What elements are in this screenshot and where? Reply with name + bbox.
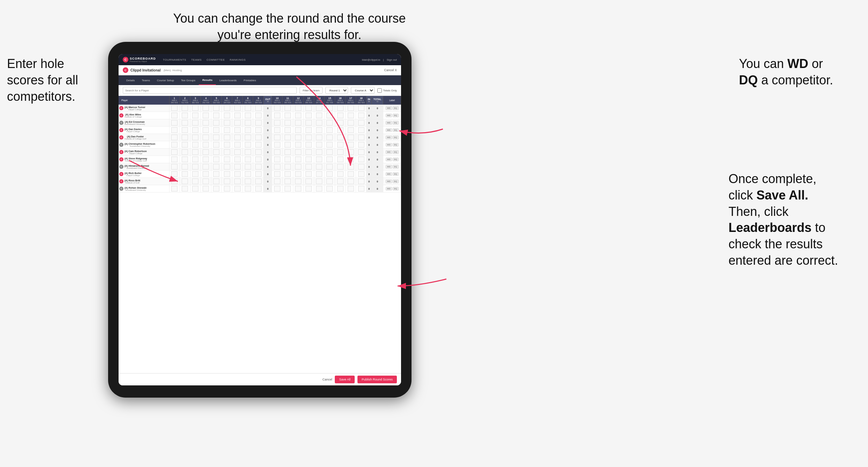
score-cell-3-1[interactable] bbox=[169, 127, 180, 134]
score-input-1-18[interactable] bbox=[358, 113, 364, 118]
score-cell-6-5[interactable] bbox=[211, 149, 221, 156]
score-input-10-17[interactable] bbox=[348, 179, 354, 184]
score-cell-1-12[interactable] bbox=[293, 112, 303, 119]
score-input-7-2[interactable] bbox=[182, 157, 188, 162]
score-input-2-5[interactable] bbox=[213, 120, 219, 126]
score-cell-9-8[interactable] bbox=[243, 171, 253, 178]
score-input-11-13[interactable] bbox=[305, 186, 312, 191]
score-cell-5-10[interactable] bbox=[272, 141, 282, 149]
score-cell-2-4[interactable] bbox=[201, 119, 211, 127]
score-cell-10-14[interactable] bbox=[314, 178, 324, 185]
score-cell-9-10[interactable] bbox=[272, 171, 282, 178]
score-cell-0-9[interactable] bbox=[253, 105, 264, 112]
score-cell-3-16[interactable] bbox=[335, 127, 346, 134]
score-input-11-18[interactable] bbox=[358, 186, 364, 191]
score-input-7-11[interactable] bbox=[285, 157, 291, 162]
score-input-5-12[interactable] bbox=[295, 142, 301, 148]
score-input-9-4[interactable] bbox=[203, 171, 209, 177]
score-cell-10-1[interactable] bbox=[169, 178, 180, 185]
score-input-3-1[interactable] bbox=[171, 127, 178, 133]
score-cell-7-12[interactable] bbox=[293, 156, 303, 163]
score-cell-5-13[interactable] bbox=[303, 141, 314, 149]
score-cell-7-1[interactable] bbox=[169, 156, 180, 163]
score-cell-5-15[interactable] bbox=[324, 141, 335, 149]
score-cell-11-10[interactable] bbox=[272, 185, 282, 193]
score-cell-8-17[interactable] bbox=[346, 163, 356, 171]
score-cell-11-11[interactable] bbox=[282, 185, 293, 193]
score-input-9-6[interactable] bbox=[224, 171, 230, 177]
score-cell-6-10[interactable] bbox=[272, 149, 282, 156]
score-input-11-1[interactable] bbox=[171, 186, 178, 191]
totals-only-checkbox[interactable] bbox=[377, 88, 382, 93]
score-cell-1-8[interactable] bbox=[243, 112, 253, 119]
score-input-6-3[interactable] bbox=[192, 149, 198, 155]
score-input-8-9[interactable] bbox=[255, 164, 262, 170]
score-input-3-8[interactable] bbox=[245, 127, 251, 133]
score-input-3-16[interactable] bbox=[337, 127, 344, 133]
score-input-10-15[interactable] bbox=[326, 179, 333, 184]
tab-printables[interactable]: Printables bbox=[240, 75, 260, 85]
score-cell-3-2[interactable] bbox=[180, 127, 190, 134]
score-cell-4-15[interactable] bbox=[324, 134, 335, 141]
score-cell-9-15[interactable] bbox=[324, 171, 335, 178]
score-cell-3-7[interactable] bbox=[232, 127, 243, 134]
score-input-3-4[interactable] bbox=[203, 127, 209, 133]
score-cell-10-7[interactable] bbox=[232, 178, 243, 185]
score-cell-7-18[interactable] bbox=[356, 156, 367, 163]
score-input-11-11[interactable] bbox=[285, 186, 291, 191]
score-input-11-7[interactable] bbox=[234, 186, 241, 191]
score-input-1-16[interactable] bbox=[337, 113, 344, 118]
score-input-5-6[interactable] bbox=[224, 142, 230, 148]
score-cell-11-14[interactable] bbox=[314, 185, 324, 193]
score-cell-0-7[interactable] bbox=[232, 105, 243, 112]
dq-button[interactable]: DQ bbox=[393, 150, 399, 154]
score-cell-1-7[interactable] bbox=[232, 112, 243, 119]
score-input-7-3[interactable] bbox=[192, 157, 198, 162]
score-cell-5-9[interactable] bbox=[253, 141, 264, 149]
score-input-6-15[interactable] bbox=[326, 149, 333, 155]
score-input-0-14[interactable] bbox=[316, 105, 322, 111]
score-input-8-17[interactable] bbox=[348, 164, 354, 170]
score-cell-4-12[interactable] bbox=[293, 134, 303, 141]
score-input-10-16[interactable] bbox=[337, 179, 344, 184]
score-cell-1-13[interactable] bbox=[303, 112, 314, 119]
score-cell-1-1[interactable] bbox=[169, 112, 180, 119]
score-input-2-6[interactable] bbox=[224, 120, 230, 126]
score-cell-11-15[interactable] bbox=[324, 185, 335, 193]
wd-button[interactable]: WD bbox=[386, 121, 392, 125]
score-cell-6-6[interactable] bbox=[222, 149, 232, 156]
score-cell-6-9[interactable] bbox=[253, 149, 264, 156]
score-input-7-17[interactable] bbox=[348, 157, 354, 162]
score-cell-11-1[interactable] bbox=[169, 185, 180, 193]
score-input-1-5[interactable] bbox=[213, 113, 219, 118]
wd-button[interactable]: WD bbox=[386, 180, 392, 183]
score-cell-8-5[interactable] bbox=[211, 163, 221, 171]
score-cell-4-9[interactable] bbox=[253, 134, 264, 141]
score-input-1-4[interactable] bbox=[203, 113, 209, 118]
score-input-9-14[interactable] bbox=[316, 171, 322, 177]
score-cell-0-16[interactable] bbox=[335, 105, 346, 112]
score-cell-5-12[interactable] bbox=[293, 141, 303, 149]
score-cell-5-11[interactable] bbox=[282, 141, 293, 149]
score-cell-11-2[interactable] bbox=[180, 185, 190, 193]
score-cell-11-9[interactable] bbox=[253, 185, 264, 193]
score-cell-9-2[interactable] bbox=[180, 171, 190, 178]
score-input-0-16[interactable] bbox=[337, 105, 344, 111]
score-input-9-5[interactable] bbox=[213, 171, 219, 177]
score-cell-9-6[interactable] bbox=[222, 171, 232, 178]
score-input-4-7[interactable] bbox=[234, 135, 241, 140]
score-cell-5-6[interactable] bbox=[222, 141, 232, 149]
score-input-8-13[interactable] bbox=[305, 164, 312, 170]
score-cell-10-16[interactable] bbox=[335, 178, 346, 185]
score-cell-1-5[interactable] bbox=[211, 112, 221, 119]
score-cell-9-7[interactable] bbox=[232, 171, 243, 178]
score-input-4-16[interactable] bbox=[337, 135, 344, 140]
score-cell-3-15[interactable] bbox=[324, 127, 335, 134]
score-input-5-16[interactable] bbox=[337, 142, 344, 148]
score-input-10-9[interactable] bbox=[255, 179, 262, 184]
score-cell-9-5[interactable] bbox=[211, 171, 221, 178]
score-input-11-15[interactable] bbox=[326, 186, 333, 191]
score-input-6-5[interactable] bbox=[213, 149, 219, 155]
score-input-3-10[interactable] bbox=[274, 127, 280, 133]
score-cell-11-5[interactable] bbox=[211, 185, 221, 193]
